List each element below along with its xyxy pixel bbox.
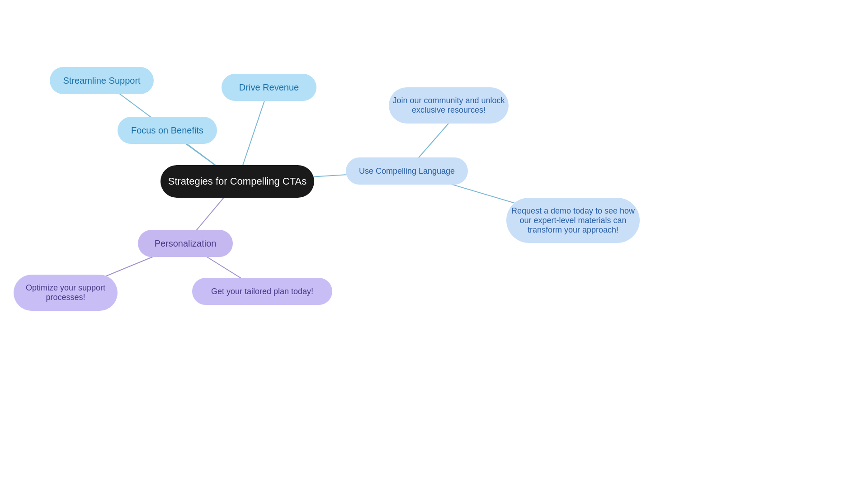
drive-revenue-node[interactable]: Drive Revenue [222,74,316,101]
focus-on-benefits-node[interactable]: Focus on Benefits [118,117,217,144]
center-node[interactable]: Strategies for Compelling CTAs [160,165,314,198]
streamline-support-label: Streamline Support [63,76,140,86]
optimize-label: Optimize your support processes! [14,283,118,302]
join-community-label: Join our community and unlock exclusive … [389,96,509,115]
personalization-node[interactable]: Personalization [138,230,233,257]
focus-on-benefits-label: Focus on Benefits [131,125,203,136]
center-node-label: Strategies for Compelling CTAs [168,176,307,187]
personalization-label: Personalization [155,238,217,249]
tailored-plan-label: Get your tailored plan today! [211,287,313,296]
streamline-support-node[interactable]: Streamline Support [50,67,154,94]
request-demo-label: Request a demo today to see how our expe… [506,206,640,235]
join-community-node[interactable]: Join our community and unlock exclusive … [389,87,509,124]
request-demo-node[interactable]: Request a demo today to see how our expe… [506,198,640,243]
compelling-language-node[interactable]: Use Compelling Language [346,157,468,185]
drive-revenue-label: Drive Revenue [239,82,299,93]
tailored-plan-node[interactable]: Get your tailored plan today! [192,278,332,305]
compelling-language-label: Use Compelling Language [359,167,455,176]
optimize-node[interactable]: Optimize your support processes! [14,275,118,311]
